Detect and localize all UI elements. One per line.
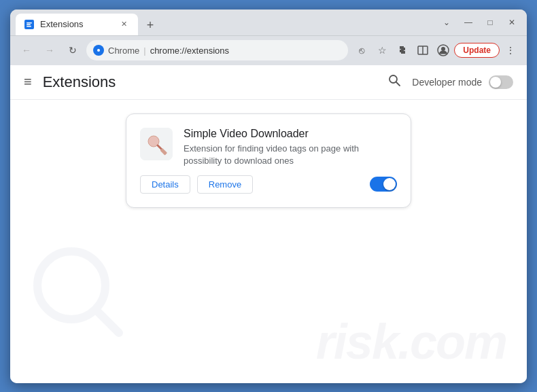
page-content: risk.com ≡ Extensions Developer mode xyxy=(10,65,527,383)
extension-info: Simple Video Downloader Extension for fi… xyxy=(184,128,397,167)
minimize-button[interactable]: — xyxy=(459,15,478,30)
extension-icon xyxy=(140,128,173,160)
svg-rect-3 xyxy=(27,26,31,27)
toolbar-actions: ⎋ ☆ Update ⋮ xyxy=(352,41,520,60)
extension-description: Extension for finding video tags on page… xyxy=(184,143,397,167)
address-chrome-label: Chrome xyxy=(108,46,139,56)
address-url: chrome://extensions xyxy=(150,46,342,56)
new-tab-button[interactable]: + xyxy=(141,16,160,35)
search-button[interactable] xyxy=(387,73,401,90)
svg-point-5 xyxy=(97,49,100,52)
svg-rect-2 xyxy=(27,24,31,25)
svg-point-9 xyxy=(441,47,445,51)
details-button[interactable]: Details xyxy=(140,175,190,194)
active-tab[interactable]: Extensions ✕ xyxy=(16,14,138,35)
tab-close-button[interactable]: ✕ xyxy=(118,18,130,31)
remove-button[interactable]: Remove xyxy=(197,175,253,194)
svg-rect-1 xyxy=(27,22,32,24)
share-icon[interactable]: ⎋ xyxy=(352,41,371,60)
bookmark-icon[interactable]: ☆ xyxy=(373,41,392,60)
chevron-down-icon[interactable]: ⌄ xyxy=(437,15,456,30)
address-separator: | xyxy=(143,46,145,56)
back-button[interactable]: ← xyxy=(17,41,36,60)
menu-icon[interactable]: ⋮ xyxy=(501,41,520,60)
extensions-icon[interactable] xyxy=(393,41,412,60)
title-bar: Extensions ✕ + ⌄ — □ ✕ xyxy=(10,10,527,35)
browser-window: Extensions ✕ + ⌄ — □ ✕ ← → ↻ Chrome | ch xyxy=(10,10,527,383)
tab-favicon xyxy=(24,19,35,30)
developer-mode-label: Developer mode xyxy=(412,77,482,88)
extension-card: Simple Video Downloader Extension for fi… xyxy=(126,113,411,208)
developer-mode-toggle[interactable] xyxy=(489,75,513,89)
split-view-icon[interactable] xyxy=(413,41,432,60)
update-button[interactable]: Update xyxy=(454,43,500,58)
tab-title: Extensions xyxy=(40,19,112,29)
hamburger-menu-icon[interactable]: ≡ xyxy=(24,74,32,90)
address-bar[interactable]: Chrome | chrome://extensions xyxy=(86,40,348,60)
forward-button[interactable]: → xyxy=(40,41,59,60)
tab-strip: Extensions ✕ + xyxy=(16,10,437,35)
window-controls: ⌄ — □ ✕ xyxy=(437,15,521,30)
profile-icon[interactable] xyxy=(434,41,453,60)
toolbar: ← → ↻ Chrome | chrome://extensions ⎋ ☆ xyxy=(10,35,527,65)
reload-button[interactable]: ↻ xyxy=(63,41,82,60)
extensions-body: Simple Video Downloader Extension for fi… xyxy=(10,100,527,383)
close-button[interactable]: ✕ xyxy=(502,15,521,30)
svg-line-13 xyxy=(396,82,400,86)
extension-enable-toggle[interactable] xyxy=(370,177,397,192)
maximize-button[interactable]: □ xyxy=(481,15,500,30)
page-title: Extensions xyxy=(43,73,388,91)
site-favicon xyxy=(93,45,104,56)
extension-name: Simple Video Downloader xyxy=(184,128,397,140)
extension-card-actions: Details Remove xyxy=(140,175,397,194)
extensions-header: ≡ Extensions Developer mode xyxy=(10,65,527,100)
svg-point-12 xyxy=(389,75,397,83)
extension-card-top: Simple Video Downloader Extension for fi… xyxy=(140,128,397,167)
